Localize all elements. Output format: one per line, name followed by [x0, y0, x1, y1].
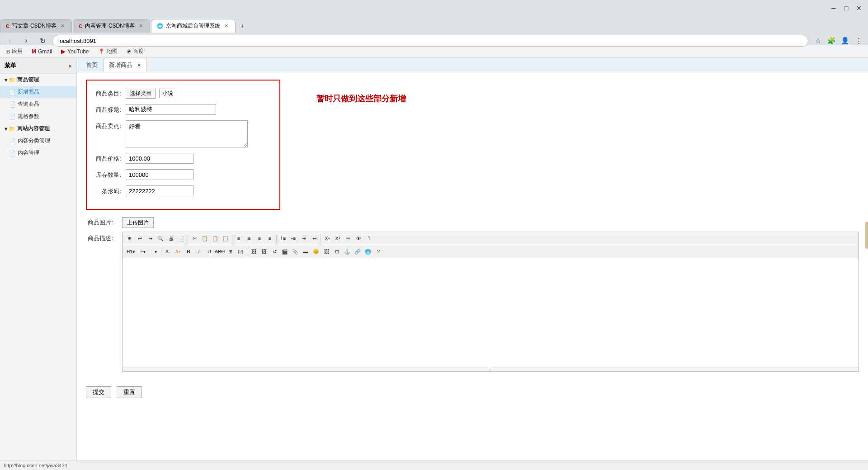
tb-paste2[interactable]: 📋 — [221, 233, 231, 243]
sidebar-item-add-product[interactable]: 📄 新增商品 — [0, 86, 76, 98]
tb-table[interactable]: ⊞ — [225, 247, 235, 256]
address-input[interactable] — [52, 35, 808, 47]
tb-underline[interactable]: U — [204, 247, 214, 256]
tb-strike[interactable]: ABC — [215, 247, 225, 256]
tab3-title: 京淘商城后台管理系统 — [166, 22, 220, 30]
tab2-close[interactable]: ✕ — [137, 23, 144, 29]
tb-align-justify[interactable]: ≡ — [265, 233, 275, 243]
tb-h1[interactable]: H1▾ — [124, 247, 137, 256]
submit-area: 提交 重置 — [77, 382, 868, 407]
category-tag[interactable]: 小说 — [159, 89, 176, 98]
tb-img[interactable]: 🖼 — [249, 247, 259, 256]
category-label: 商品类目: — [94, 88, 126, 98]
tab3-close[interactable]: ✕ — [223, 23, 230, 29]
maximize-button[interactable]: □ — [841, 3, 852, 14]
page-tab-home[interactable]: 首页 — [80, 59, 103, 71]
tb-font-grow[interactable]: A+ — [173, 247, 183, 256]
tb-sub[interactable]: X₂ — [322, 233, 332, 243]
tb-sup[interactable]: X² — [333, 233, 343, 243]
tb-print[interactable]: 🖨 — [166, 233, 176, 243]
scrollbar-thumb[interactable] — [865, 222, 868, 249]
tb-img3[interactable]: 🖼 — [321, 247, 331, 256]
tb-italic[interactable]: I — [194, 247, 204, 256]
forward-button[interactable]: › — [20, 34, 33, 47]
tb-copy[interactable]: 📋 — [200, 233, 210, 243]
bookmark-youtube[interactable]: ▶ YouTube — [59, 47, 90, 56]
tb-anchor[interactable]: ⚓ — [342, 247, 352, 256]
tb-align-right[interactable]: ≡ — [255, 233, 264, 243]
tb-help[interactable]: ? — [373, 247, 383, 256]
tb-align-left[interactable]: ≡ — [234, 233, 244, 243]
tb-widget[interactable]: ⊡ — [332, 247, 342, 256]
tb-font-family[interactable]: F▾ — [137, 247, 148, 256]
menu-button[interactable]: ⋮ — [853, 35, 864, 47]
tb-media[interactable]: 🎬 — [280, 247, 290, 256]
profile-button[interactable]: 👤 — [839, 35, 851, 47]
browser-tab-3[interactable]: 🌐 京淘商城后台管理系统 ✕ — [151, 19, 236, 33]
editor-content[interactable] — [123, 258, 859, 367]
page-tab-add-product[interactable]: 新增商品 ✕ — [103, 59, 147, 71]
reload-button[interactable]: ↻ — [36, 34, 49, 47]
tb-unlink[interactable]: 🌐 — [363, 247, 373, 256]
tb-find[interactable]: 🔍 — [156, 233, 165, 243]
sidebar-item-content-manage[interactable]: 📄 内容管理 — [0, 147, 76, 159]
submit-button[interactable]: 提交 — [86, 386, 111, 398]
tb-font-shrink[interactable]: A- — [163, 247, 173, 256]
tb-paste1[interactable]: 📋 — [210, 233, 220, 243]
tb-fullscreen[interactable]: ⤒ — [364, 233, 374, 243]
upload-image-button[interactable]: 上传图片 — [122, 217, 154, 228]
browser-tab-1[interactable]: C 写文章-CSDN博客 ✕ — [0, 19, 72, 33]
tb-preview[interactable]: 👁 — [354, 233, 363, 243]
back-button[interactable]: ‹ — [4, 34, 16, 47]
editor-resize-handle[interactable]: ⋮ — [123, 367, 859, 371]
selling-textarea[interactable]: 好看 — [126, 120, 248, 147]
tb-ul[interactable]: •≡ — [288, 233, 298, 243]
tb-bold[interactable]: B — [184, 247, 193, 256]
tb-redo[interactable]: ↪ — [145, 233, 155, 243]
tb-html[interactable]: (2) — [236, 247, 245, 256]
extensions-button[interactable]: 🧩 — [826, 35, 837, 47]
category-select-button[interactable]: 选择类目 — [126, 88, 156, 99]
tb-indent[interactable]: ⇥ — [299, 233, 309, 243]
tb-new[interactable]: 📄 — [176, 233, 186, 243]
tb-hr[interactable]: ▬ — [301, 247, 311, 256]
sidebar-item-content-category[interactable]: 📄 内容分类管理 — [0, 135, 76, 147]
tb-align-center[interactable]: ≡ — [244, 233, 254, 243]
bookmark-baidu[interactable]: ❀ 百度 — [125, 47, 146, 56]
bookmark-gmail[interactable]: M Gmail — [30, 47, 54, 56]
tb-rotate[interactable]: ↺ — [269, 247, 279, 256]
spec-params-label: 规格参数 — [18, 113, 39, 120]
tb-source[interactable]: ✏ — [343, 233, 353, 243]
browser-tab-2[interactable]: C 内容管理-CSDN博客 ✕ — [73, 19, 150, 33]
bookmark-star-button[interactable]: ☆ — [812, 35, 824, 47]
editor-wrapper: ⊞ ↩ ↪ 🔍 🖨 📄 ✄ 📋 📋 📋 ≡ ≡ — [122, 232, 859, 372]
sidebar-collapse-button[interactable]: « — [68, 62, 72, 69]
stock-input[interactable] — [126, 169, 193, 180]
tab1-close[interactable]: ✕ — [59, 23, 66, 29]
tb-font-size[interactable]: T▾ — [149, 247, 160, 256]
category-product-management[interactable]: ▾ 📁 商品管理 — [0, 74, 76, 86]
bookmark-apps[interactable]: ⊞ 应用 — [4, 47, 24, 56]
reset-button[interactable]: 重置 — [117, 386, 142, 398]
barcode-input[interactable] — [126, 185, 193, 196]
price-input[interactable] — [126, 153, 193, 164]
title-input[interactable] — [126, 104, 216, 115]
tb-ol[interactable]: 1≡ — [278, 233, 288, 243]
close-button[interactable]: ✕ — [854, 3, 864, 14]
page-tab-close-button[interactable]: ✕ — [137, 62, 141, 68]
tb-link[interactable]: 🔗 — [353, 247, 363, 256]
sidebar-item-spec-params[interactable]: 📄 规格参数 — [0, 110, 76, 123]
minimize-button[interactable]: ─ — [828, 3, 839, 14]
tb-outdent[interactable]: ↤ — [309, 233, 319, 243]
tb-plugin[interactable]: ⊞ — [124, 233, 134, 243]
tb-emoji[interactable]: 😊 — [311, 247, 321, 256]
title-bar: ─ □ ✕ — [0, 0, 868, 16]
tb-img2[interactable]: 🖼 — [259, 247, 269, 256]
bookmark-maps[interactable]: 📍 地图 — [96, 47, 119, 56]
tb-attach[interactable]: 📎 — [290, 247, 300, 256]
tb-undo[interactable]: ↩ — [135, 233, 145, 243]
category-content-management[interactable]: ▾ 📁 网站内容管理 — [0, 123, 76, 135]
new-tab-button[interactable]: + — [236, 20, 249, 33]
tb-cut[interactable]: ✄ — [189, 233, 199, 243]
sidebar-item-query-product[interactable]: 📄 查询商品 — [0, 98, 76, 110]
